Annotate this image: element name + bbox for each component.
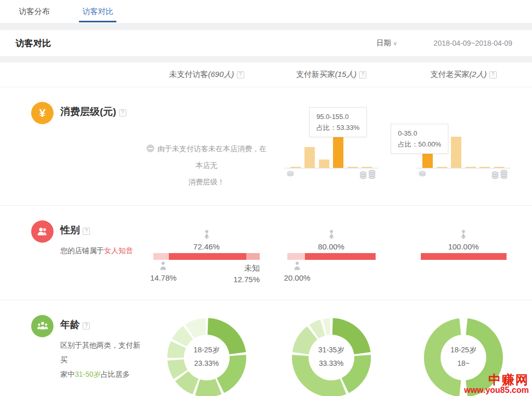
female-percentage: 100.00% xyxy=(421,242,507,251)
female-icon xyxy=(458,230,469,239)
column-header-new-buyers: 支付新买家(15人)? xyxy=(268,70,395,80)
gender-subtitle: 您的店铺属于女人知音 xyxy=(60,243,140,258)
gender-icon xyxy=(31,220,54,243)
help-icon[interactable]: ? xyxy=(359,71,366,78)
age-title: 年龄 xyxy=(60,318,80,332)
column-header-unpaid: 未支付访客(690人)? xyxy=(145,70,268,80)
coin-low-icon xyxy=(418,170,427,177)
date-picker[interactable]: 日期∨ xyxy=(377,38,397,48)
consumption-bar-chart[interactable] xyxy=(284,133,379,179)
row-age: 年龄? 区别于其他两类，支付新买 家中31-50岁占比居多 18-25岁 23.… xyxy=(0,300,532,396)
age-cell-unpaid: 18-25岁 23.33% xyxy=(145,300,268,396)
chart-tooltip: 0-35.0 占比：50.00% xyxy=(391,124,448,154)
gender-bar-chart[interactable]: 72.46% 14.78% 未知 12.75% xyxy=(153,230,260,285)
help-icon[interactable]: ? xyxy=(83,228,90,235)
consumption-cell-new-buyers: 95.0-155.0 占比：53.33% xyxy=(268,87,395,205)
age-subtitle: 区别于其他两类，支付新买 家中31-50岁占比居多 xyxy=(60,338,140,381)
male-percentage: 14.78% xyxy=(150,273,177,282)
donut-center-label: 31-35岁 33.33% xyxy=(290,343,373,370)
minus-circle-icon xyxy=(147,144,154,152)
help-icon[interactable]: ? xyxy=(83,322,90,329)
age-group-icon xyxy=(31,315,54,337)
page-title: 访客对比 xyxy=(16,37,51,49)
gender-title: 性别 xyxy=(60,223,80,237)
consumption-cell-old-buyers: 0-35.0 占比：50.00% xyxy=(395,87,532,205)
female-icon xyxy=(202,230,212,239)
watermark: 中赚网 www.you85.com xyxy=(464,373,529,395)
tab-visitor-distribution[interactable]: 访客分布 xyxy=(16,0,53,22)
row-consumption-level: ¥ 消费层级(元)? 由于未支付访客未在本店消费，在本店无 消费层级！ 95.0… xyxy=(0,87,532,206)
female-percentage: 72.46% xyxy=(153,242,260,251)
male-percentage: 20.00% xyxy=(284,273,311,282)
donut-center-label: 18-25岁 23.33% xyxy=(165,343,248,370)
female-icon xyxy=(326,230,337,239)
yen-icon: ¥ xyxy=(31,102,54,124)
help-icon[interactable]: ? xyxy=(237,71,244,78)
gender-cell-old-buyers: 100.00% xyxy=(395,206,532,300)
gender-cell-new-buyers: 80.00% 20.00% xyxy=(268,206,395,300)
coin-high-icon xyxy=(359,170,377,179)
donut-center-label: 18-25岁 18~ xyxy=(422,343,505,370)
female-percentage: 80.00% xyxy=(287,242,376,251)
help-icon[interactable]: ? xyxy=(119,109,126,116)
section-header: 访客对比 日期∨ 2018-04-09~2018-04-09 xyxy=(0,30,532,56)
help-icon[interactable]: ? xyxy=(489,71,497,78)
column-headers: 未支付访客(690人)? 支付新买家(15人)? 支付老买家(2人)? xyxy=(0,62,532,87)
age-cell-new-buyers: 31-35岁 33.33% xyxy=(268,300,395,396)
unknown-percentage: 未知 12.75% xyxy=(233,262,260,285)
coin-low-icon xyxy=(286,170,295,177)
chevron-down-icon: ∨ xyxy=(393,40,397,46)
gender-cell-unpaid: 72.46% 14.78% 未知 12.75% xyxy=(145,206,268,300)
age-donut-chart[interactable]: 31-35岁 33.33% xyxy=(290,316,373,396)
divider-band xyxy=(0,56,532,62)
consumption-cell-unpaid: 由于未支付访客未在本店消费，在本店无 消费层级！ xyxy=(145,87,268,205)
male-icon xyxy=(158,261,168,270)
date-picker-label: 日期 xyxy=(377,38,391,47)
row-gender: 性别? 您的店铺属于女人知音 72.46% 14.78% 未知 xyxy=(0,206,532,300)
no-data-message: 由于未支付访客未在本店消费，在本店无 消费层级！ xyxy=(145,140,268,190)
visitor-compare-page: 访客分布 访客对比 访客对比 日期∨ 2018-04-09~2018-04-09… xyxy=(0,0,532,396)
tab-bar: 访客分布 访客对比 xyxy=(0,0,532,24)
gender-bar-chart[interactable]: 80.00% 20.00% xyxy=(287,230,376,282)
column-header-old-buyers: 支付老买家(2人)? xyxy=(395,70,532,80)
chart-tooltip: 95.0-155.0 占比：53.33% xyxy=(309,107,367,137)
date-range-value[interactable]: 2018-04-09~2018-04-09 xyxy=(434,39,512,47)
male-icon xyxy=(292,261,302,270)
age-donut-chart[interactable]: 18-25岁 23.33% xyxy=(165,316,248,396)
tab-visitor-compare[interactable]: 访客对比 xyxy=(79,0,116,22)
consumption-title: 消费层级(元) xyxy=(60,105,116,118)
coin-high-icon xyxy=(491,170,509,179)
gender-bar-chart[interactable]: 100.00% xyxy=(421,230,507,260)
divider-band xyxy=(0,24,532,30)
